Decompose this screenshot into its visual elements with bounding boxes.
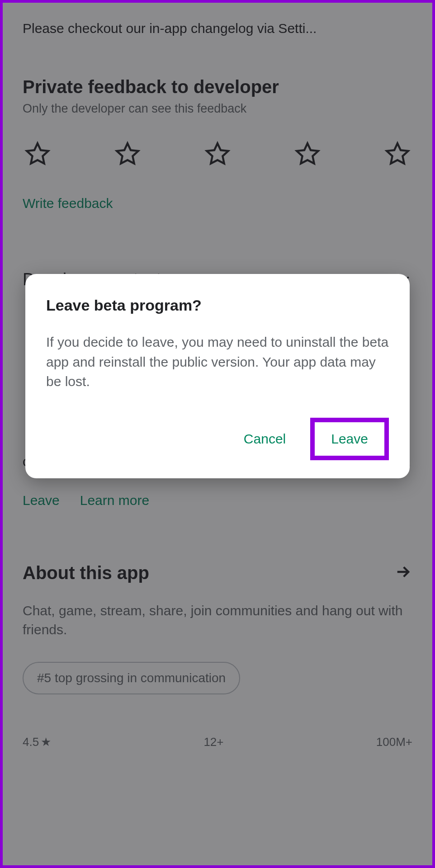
dialog-actions: Cancel Leave [46, 418, 389, 460]
cancel-button[interactable]: Cancel [234, 425, 296, 453]
leave-button-highlight: Leave [310, 418, 389, 460]
leave-button[interactable]: Leave [321, 425, 378, 453]
dialog-body: If you decide to leave, you may need to … [46, 332, 389, 392]
leave-beta-dialog: Leave beta program? If you decide to lea… [25, 274, 410, 478]
dialog-title: Leave beta program? [46, 297, 389, 314]
viewport: Please checkout our in-app changelog via… [0, 0, 435, 868]
